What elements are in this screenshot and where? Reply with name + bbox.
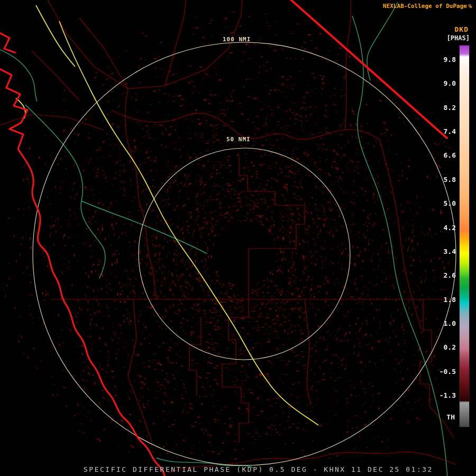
- range-ring-label-50nmi: 50 NMI: [226, 136, 251, 143]
- radar-display: 100 NMI 50 NMI NEXLAB-College of DuPage℅…: [0, 0, 476, 476]
- county-boundaries: [0, 0, 456, 473]
- colorbar-gradient: [459, 45, 470, 427]
- product-caption: SPECIFIC DIFFERENTIAL PHASE (KDP) 0.5 DE…: [84, 465, 433, 473]
- colorbar-ticks: 9.89.08.27.46.65.85.04.23.42.61.81.00.2-…: [424, 0, 456, 476]
- colorbar-tick-label: 0.2: [424, 344, 456, 351]
- colorbar-tick-label: 6.6: [424, 152, 456, 159]
- colorbar-tick-label: 5.8: [424, 176, 456, 184]
- colorbar-tick-label: -1.3: [424, 392, 456, 399]
- product-code-label: DKD: [455, 25, 469, 33]
- colorbar-tick-label: 7.4: [424, 128, 456, 135]
- colorbar-tick-label: 1.0: [424, 320, 456, 327]
- colorbar-tick-label: 2.6: [424, 272, 456, 279]
- colorbar-tick-label: 1.8: [424, 296, 456, 304]
- range-ring-label-100nmi: 100 NMI: [223, 36, 251, 43]
- colorbar-tick-label: 9.8: [424, 56, 456, 63]
- colorbar-tick-label: 8.2: [424, 104, 456, 112]
- state-boundaries: [0, 0, 447, 476]
- colorbar-threshold-label: TH: [446, 413, 455, 421]
- colorbar-tick-label: 4.2: [424, 224, 456, 232]
- rivers: [0, 2, 447, 476]
- colorbar-tick-label: -0.5: [424, 368, 456, 376]
- highways: [16, 5, 318, 425]
- colorbar-tick-label: 3.4: [424, 248, 456, 255]
- colorbar-tick-label: 5.0: [424, 200, 456, 207]
- colorbar-tick-label: 9.0: [424, 80, 456, 87]
- base-map: [0, 0, 476, 476]
- cod-logo-icon: ℅: [469, 3, 472, 9]
